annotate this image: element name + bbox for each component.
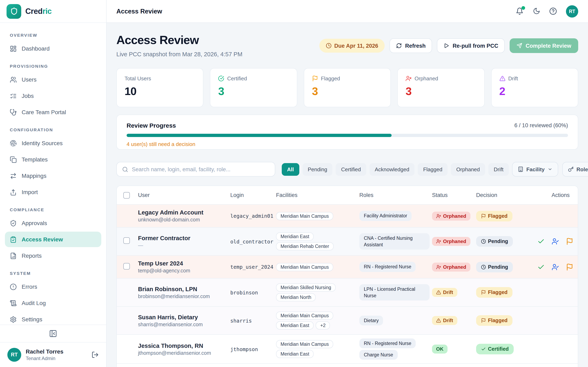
- facility-chip: Meridian East: [276, 350, 314, 358]
- table-row[interactable]: Temp User 2024 temp@old-agency.com temp_…: [117, 256, 578, 278]
- user-x-icon: [436, 239, 441, 244]
- sidebar-item-approvals[interactable]: Approvals: [5, 215, 101, 231]
- dashboard-icon: [10, 45, 17, 52]
- roles-cell: RN - Registered NurseCharge Nurse: [359, 338, 432, 360]
- certify-action-button[interactable]: [537, 238, 545, 245]
- help-button[interactable]: [549, 7, 557, 15]
- status-badge: Orphaned: [432, 262, 470, 271]
- facility-filter-button[interactable]: Facility: [512, 162, 558, 176]
- filter-chip-orphaned[interactable]: Orphaned: [451, 163, 485, 175]
- table-row[interactable]: Jessica Thompson, RN jthompson@meridians…: [117, 335, 578, 364]
- stat-card-orphaned: Orphaned 3: [397, 68, 484, 107]
- filter-chip-certified[interactable]: Certified: [336, 163, 366, 175]
- row-checkbox[interactable]: [123, 263, 130, 269]
- flag-action-button[interactable]: [566, 263, 573, 271]
- status-cell: Orphaned: [432, 211, 476, 220]
- repull-button[interactable]: Re-pull from PCC: [437, 38, 505, 53]
- sidebar-nav: OVERVIEWDashboardPROVISIONINGUsersJobsCa…: [0, 23, 106, 325]
- user-name: Rachel Torres: [26, 348, 63, 355]
- stat-label: Drift: [508, 75, 518, 82]
- nav-section-label-compliance: COMPLIANCE: [10, 207, 96, 212]
- filter-chip-drift[interactable]: Drift: [488, 163, 509, 175]
- sidebar-item-label: Care Team Portal: [22, 109, 66, 115]
- notification-dot: [521, 6, 525, 10]
- user-meta: Rachel Torres Tenant Admin: [26, 348, 63, 361]
- user-login: sharris: [230, 317, 276, 324]
- facility-chip: Meridian Main Campus: [276, 312, 333, 320]
- role-filter-button[interactable]: Role: [562, 162, 588, 176]
- table-body: Legacy Admin Account unknown@old-domain.…: [117, 205, 578, 367]
- sidebar-item-dashboard[interactable]: Dashboard: [5, 41, 101, 56]
- decision-badge: Certified: [476, 344, 513, 354]
- sidebar-item-access-review[interactable]: Access Review: [5, 232, 101, 247]
- theme-toggle-button[interactable]: [532, 7, 540, 15]
- filter-bar: AllPendingCertifiedAcknowledgedFlaggedOr…: [116, 162, 578, 176]
- user-email: sharris@meridiansenior.com: [138, 322, 230, 327]
- user-email: temp@old-agency.com: [138, 268, 230, 274]
- avatar[interactable]: RT: [566, 5, 578, 17]
- sidebar-item-import[interactable]: Import: [5, 184, 101, 200]
- sidebar-item-settings[interactable]: Settings: [5, 312, 101, 325]
- filter-chip-pending[interactable]: Pending: [302, 163, 332, 175]
- sidebar-item-jobs[interactable]: Jobs: [5, 88, 101, 104]
- roles-cell: Facility Administrator: [359, 211, 432, 221]
- table-row[interactable]: Brian Robinson, LPN brobinson@meridianse…: [117, 278, 578, 307]
- column-header-facilities: Facilities: [276, 192, 359, 198]
- page-subtitle: Live PCC snapshot from Mar 28, 2026, 4:5…: [116, 51, 242, 58]
- gear-icon: [10, 316, 17, 323]
- filter-chip-flagged[interactable]: Flagged: [418, 163, 448, 175]
- acknowledge-action-button[interactable]: [552, 238, 559, 245]
- alert-triangle-icon: [436, 318, 441, 323]
- notifications-button[interactable]: [516, 7, 523, 15]
- sidebar-item-mappings[interactable]: Mappings: [5, 168, 101, 184]
- complete-review-button[interactable]: Complete Review: [510, 38, 578, 53]
- send-icon: [517, 43, 522, 49]
- sidebar-item-identity-sources[interactable]: Identity Sources: [5, 135, 101, 151]
- page-header: Access Review Live PCC snapshot from Mar…: [116, 33, 578, 58]
- sidebar-item-label: Audit Log: [22, 300, 46, 306]
- status-badge: Orphaned: [432, 237, 470, 246]
- sidebar-item-users[interactable]: Users: [5, 72, 101, 87]
- check-circle-icon: [218, 75, 224, 82]
- sidebar-item-templates[interactable]: Templates: [5, 152, 101, 167]
- refresh-button[interactable]: Refresh: [389, 38, 432, 53]
- sidebar-item-audit-log[interactable]: Audit Log: [5, 295, 101, 311]
- search-input[interactable]: [132, 166, 269, 172]
- column-header-roles: Roles: [359, 192, 432, 198]
- facility-more-chip: +2: [316, 321, 330, 329]
- fingerprint-icon: [10, 140, 17, 147]
- certify-action-button[interactable]: [537, 263, 545, 271]
- sidebar: Credric OVERVIEWDashboardPROVISIONINGUse…: [0, 0, 107, 367]
- flag-action-button[interactable]: [566, 238, 573, 245]
- progress-summary: 6 / 10 reviewed (60%): [514, 122, 568, 128]
- table-header-row: UserLoginFacilitiesRolesStatusDecisionAc…: [117, 186, 578, 205]
- sidebar-user: RT Rachel Torres Tenant Admin: [0, 342, 106, 367]
- table-row[interactable]: Legacy Admin Account unknown@old-domain.…: [117, 205, 578, 227]
- clock-icon: [481, 264, 486, 269]
- status-cell: OK: [432, 345, 476, 354]
- actions-cell: [537, 263, 578, 271]
- sidebar-item-errors[interactable]: Errors: [5, 279, 101, 294]
- sidebar-item-label: Dashboard: [22, 45, 50, 52]
- user-cell: Former Contractor —: [138, 235, 230, 248]
- progress-note: 4 user(s) still need a decision: [127, 141, 568, 147]
- select-all-checkbox[interactable]: [123, 192, 130, 198]
- sidebar-item-care-team-portal[interactable]: Care Team Portal: [5, 104, 101, 120]
- row-checkbox[interactable]: [123, 237, 130, 244]
- decision-badge: Flagged: [476, 287, 512, 298]
- user-name: Jessica Thompson, RN: [138, 342, 230, 349]
- collapse-sidebar-button[interactable]: [49, 329, 57, 338]
- filter-chip-all[interactable]: All: [282, 163, 299, 175]
- sidebar-item-label: Users: [22, 76, 36, 83]
- role-chip: LPN - Licensed Practical Nurse: [359, 284, 430, 300]
- table-row[interactable]: Susan Harris, Dietary sharris@meridianse…: [117, 307, 578, 335]
- table-row[interactable]: Former Contractor — old_contractor Merid…: [117, 227, 578, 256]
- user-x-icon: [436, 264, 441, 269]
- acknowledge-action-button[interactable]: [552, 263, 559, 271]
- sidebar-item-reports[interactable]: Reports: [5, 248, 101, 263]
- filter-chip-acknowledged[interactable]: Acknowledged: [370, 163, 415, 175]
- facilities-cell: Meridian Main Campus: [276, 212, 359, 220]
- facility-chip: Meridian East: [276, 233, 314, 241]
- stat-card-drift: Drift 2: [491, 68, 578, 107]
- logout-button[interactable]: [91, 351, 99, 359]
